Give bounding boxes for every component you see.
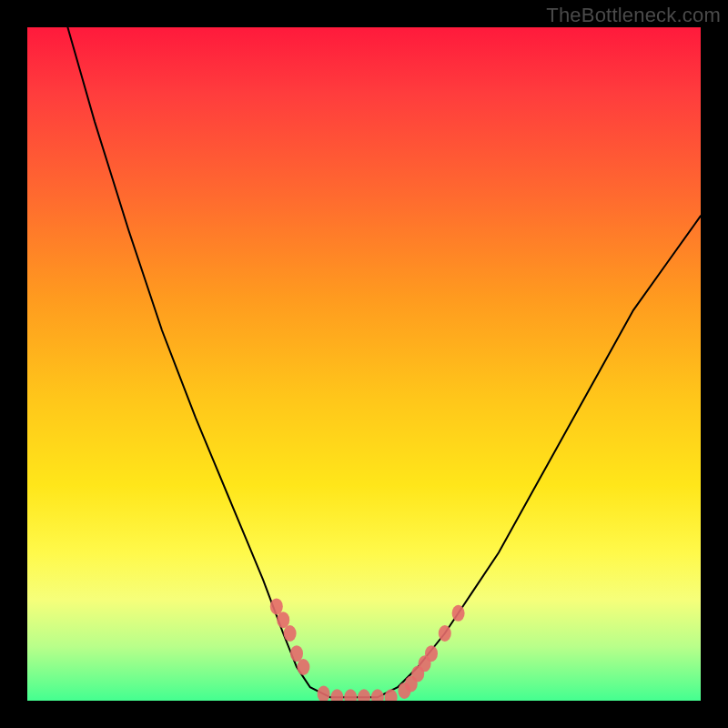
highlight-dot bbox=[371, 689, 384, 701]
highlight-dot bbox=[277, 612, 289, 628]
highlight-dot bbox=[411, 665, 424, 682]
highlight-dot bbox=[452, 605, 465, 622]
highlight-dot bbox=[358, 689, 370, 701]
marker-group bbox=[270, 598, 465, 701]
highlight-dot bbox=[270, 598, 283, 614]
chart-frame: TheBottleneck.com bbox=[0, 0, 728, 728]
plot-area bbox=[27, 27, 701, 701]
highlight-dot bbox=[297, 659, 309, 675]
bottleneck-curve bbox=[67, 27, 701, 697]
highlight-dot bbox=[425, 645, 438, 662]
highlight-dot bbox=[439, 625, 451, 642]
curve-layer bbox=[27, 27, 701, 701]
highlight-dot bbox=[284, 625, 297, 642]
highlight-dot bbox=[405, 676, 418, 693]
highlight-dot bbox=[398, 682, 410, 699]
highlight-dot bbox=[385, 689, 398, 701]
highlight-dot bbox=[318, 686, 330, 701]
highlight-dot bbox=[330, 689, 343, 701]
highlight-dot bbox=[344, 689, 357, 701]
highlight-dot bbox=[419, 655, 431, 672]
watermark-text: TheBottleneck.com bbox=[546, 4, 721, 27]
highlight-dot bbox=[290, 645, 303, 662]
